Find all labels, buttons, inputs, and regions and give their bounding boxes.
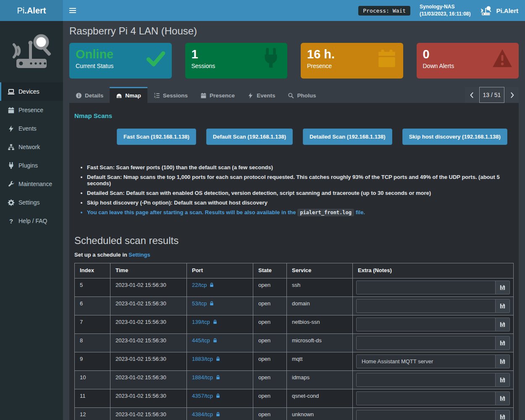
cell-service: mqtt [287,352,353,371]
cell-index: 9 [75,352,110,371]
lock-icon [209,301,214,306]
cell-time: 2023-01-02 15:56:30 [110,352,187,371]
app-logo[interactable]: Pi.Alert [0,0,63,21]
save-note-button[interactable] [495,373,509,386]
tab-label: Presence [210,92,235,99]
note-input[interactable] [357,355,495,368]
sidebar-item-maintenance[interactable]: Maintenance [0,175,63,193]
lock-icon [215,356,220,362]
port-link[interactable]: 1883/tcp [192,356,213,362]
status-cards: Online Current Status 1 Sessions 16 h. P… [69,43,519,79]
tab-details[interactable]: Details [69,87,110,103]
note-input[interactable] [357,373,495,386]
lock-icon [209,282,214,288]
prev-device-button[interactable] [465,87,478,103]
tab-pholus[interactable]: Pholus [281,87,322,103]
sidebar-item-label: Settings [18,199,40,206]
save-icon [499,414,506,420]
sidebar-item-plugins[interactable]: Plugins [0,156,63,175]
save-note-button[interactable] [495,336,509,349]
settings-link[interactable]: Settings [129,252,150,258]
sidebar-item-help[interactable]: ? Help / FAQ [0,212,63,230]
port-link[interactable]: 53/tcp [192,300,207,307]
port-link[interactable]: 22/tcp [192,282,207,288]
sidebar-toggle-button[interactable] [63,0,82,21]
navbar-brand[interactable]: Pi.Alert [480,5,518,16]
cell-service: netbios-ssn [287,315,353,334]
save-note-button[interactable] [495,410,509,420]
col-port: Port [187,263,253,278]
tab-label: Details [85,92,103,99]
tab-events[interactable]: Events [241,87,281,103]
cell-notes [353,334,514,352]
schedule-hint: Set up a schedule in Settings [74,252,514,258]
calendar-icon [200,92,207,99]
cell-time: 2023-01-02 15:56:30 [110,408,187,420]
sidebar-item-label: Help / FAQ [18,218,47,224]
cell-notes [353,389,514,408]
save-icon [499,358,506,365]
info-circle-icon [76,92,82,99]
save-note-button[interactable] [495,355,509,368]
cell-port: 4357/tcp [187,389,253,408]
laptop-icon [8,88,15,95]
port-link[interactable]: 139/tcp [192,319,210,325]
note-input[interactable] [357,299,495,312]
table-row: 7 2023-01-02 15:56:30 139/tcp open netbi… [75,315,514,334]
log-note-suffix: file. [356,209,365,215]
tab-presence[interactable]: Presence [194,87,241,103]
note-input[interactable] [357,318,495,331]
search-icon [288,92,294,99]
lock-icon [213,319,218,325]
sidebar-item-presence[interactable]: Presence [0,101,63,119]
save-note-button[interactable] [495,392,509,405]
table-row: 6 2023-01-02 15:56:30 53/tcp open domain [75,297,514,315]
cell-notes [353,297,514,315]
sessions-card: 1 Sessions [185,43,288,79]
lock-icon [215,375,220,380]
cell-port: 4384/tcp [187,408,253,420]
cell-index: 5 [75,278,110,297]
note-input[interactable] [357,336,495,349]
sidebar-item-settings[interactable]: Settings [0,193,63,212]
sidebar-item-events[interactable]: Events [0,119,63,138]
bullet-detailed-scan: Detailed Scan: Default scan with enabled… [87,190,514,196]
sidebar-item-devices[interactable]: Devices [0,82,63,101]
save-note-button[interactable] [495,318,509,331]
cell-time: 2023-01-02 15:56:30 [110,297,187,315]
port-link[interactable]: 445/tcp [192,337,210,344]
cell-state: open [253,315,287,334]
port-link[interactable]: 4384/tcp [192,411,213,417]
wrench-icon [8,181,15,188]
cell-state: open [253,297,287,315]
host-name: Synology-NAS [420,3,470,10]
note-input[interactable] [357,392,495,405]
process-status-badge: Process: Wait [358,6,410,16]
chevron-left-icon [468,92,475,99]
tab-nmap[interactable]: Nmap [110,87,147,103]
save-icon [499,321,506,328]
sidebar-item-label: Devices [18,88,39,95]
next-device-button[interactable] [505,87,519,103]
skip-host-discovery-button[interactable]: Skip host discovery (192.168.1.138) [402,129,507,145]
port-link[interactable]: 1884/tcp [192,374,213,381]
save-note-button[interactable] [495,281,509,294]
fast-scan-button[interactable]: Fast Scan (192.168.1.138) [117,129,196,145]
plug-icon [260,48,281,69]
cell-time: 2023-01-02 15:56:30 [110,315,187,334]
sidebar-item-network[interactable]: Network [0,138,63,156]
save-note-button[interactable] [495,299,509,312]
cell-index: 10 [75,371,110,389]
save-icon [499,395,506,402]
cell-notes [353,315,514,334]
note-input[interactable] [357,281,495,294]
detailed-scan-button[interactable]: Detailed Scan (192.168.1.138) [303,129,392,145]
tab-sessions[interactable]: Sessions [147,87,194,103]
table-row: 8 2023-01-02 15:56:30 445/tcp open micro… [75,334,514,352]
port-link[interactable]: 4357/tcp [192,393,213,399]
table-row: 11 2023-01-02 15:56:30 4357/tcp open qsn… [75,389,514,408]
bullet-default-scan: Default Scan: Nmap scans the top 1,000 p… [87,174,514,186]
cell-notes [353,371,514,389]
default-scan-button[interactable]: Default Scan (192.168.1.138) [206,129,293,145]
note-input[interactable] [357,410,495,420]
